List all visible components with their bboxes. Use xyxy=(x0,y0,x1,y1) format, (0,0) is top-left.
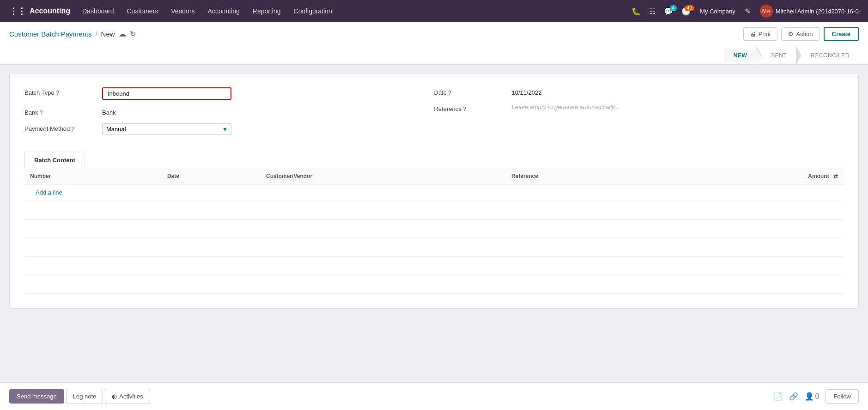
status-step-sent[interactable]: SENT xyxy=(762,49,796,62)
payment-method-select-wrapper: Manual SEPA Credit Transfer Check ▼ xyxy=(102,123,231,135)
breadcrumb-separator: / xyxy=(95,30,97,38)
save-cloud-icon[interactable]: ☁ xyxy=(119,30,126,38)
grid-icon: ⋮⋮ xyxy=(9,6,26,16)
batch-table: Number Date Customer/Vendor Reference Am… xyxy=(24,168,844,294)
settings-icon[interactable]: ✎ xyxy=(742,7,753,16)
form-card: Batch Type ? Inbound Bank ? Bank xyxy=(9,74,859,309)
toolbar-right: 🖨 Print ⚙ Action Create xyxy=(743,27,859,41)
col-amount: Amount ⇄ xyxy=(668,168,844,184)
gear-icon: ⚙ xyxy=(788,31,794,37)
empty-row-3 xyxy=(24,238,844,257)
create-button[interactable]: Create xyxy=(824,27,859,41)
app-brand[interactable]: ⋮⋮ Accounting xyxy=(4,6,76,16)
chat-badge: 4 xyxy=(670,5,677,11)
empty-row-2 xyxy=(24,220,844,238)
reference-row: Reference ? Leave empty to generate auto… xyxy=(434,104,844,112)
col-reference: Reference xyxy=(506,168,668,184)
user-menu[interactable]: MA Mitchell Admin (20142070-16-0- xyxy=(756,5,864,18)
date-help[interactable]: ? xyxy=(448,90,451,96)
date-row: Date ? 10/11/2022 xyxy=(434,87,844,96)
main-menu: Dashboard Customers Vendors Accounting R… xyxy=(76,0,629,22)
print-icon: 🖨 xyxy=(750,31,756,37)
form-right: Date ? 10/11/2022 Reference ? Leave empt… xyxy=(434,87,844,142)
tab-bar: Batch Content xyxy=(24,152,844,168)
chat-icon[interactable]: 💬4 xyxy=(661,7,676,16)
breadcrumb-parent[interactable]: Customer Batch Payments xyxy=(9,30,91,38)
company-switcher[interactable]: My Company xyxy=(696,8,739,15)
payment-method-select[interactable]: Manual SEPA Credit Transfer Check xyxy=(102,123,231,135)
batch-type-row: Batch Type ? Inbound xyxy=(24,87,434,100)
bank-help[interactable]: ? xyxy=(40,110,43,116)
main-content: Batch Type ? Inbound Bank ? Bank xyxy=(0,65,868,373)
tab-batch-content[interactable]: Batch Content xyxy=(24,152,85,168)
table-header-row: Number Date Customer/Vendor Reference Am… xyxy=(24,168,844,184)
payment-method-row: Payment Method ? Manual SEPA Credit Tran… xyxy=(24,123,434,135)
date-label: Date ? xyxy=(434,87,508,96)
activity-icon[interactable]: 🕐40 xyxy=(679,7,693,16)
discard-icon[interactable]: ↻ xyxy=(130,30,136,38)
col-customer-vendor: Customer/Vendor xyxy=(261,168,506,184)
action-button[interactable]: ⚙ Action xyxy=(781,27,819,41)
payment-method-help[interactable]: ? xyxy=(71,126,74,132)
col-date: Date xyxy=(162,168,261,184)
debug-icon[interactable]: 🐛 xyxy=(629,7,643,16)
payment-method-label: Payment Method ? xyxy=(24,123,98,132)
add-line-row: Add a line xyxy=(24,184,844,201)
user-avatar: MA xyxy=(760,5,773,18)
bank-row: Bank ? Bank xyxy=(24,107,434,116)
bank-label: Bank ? xyxy=(24,107,98,116)
reference-label: Reference ? xyxy=(434,104,508,112)
menu-reporting[interactable]: Reporting xyxy=(246,0,287,22)
bank-value: Bank xyxy=(102,107,116,116)
empty-row-5 xyxy=(24,275,844,294)
batch-type-value[interactable]: Inbound xyxy=(102,87,231,100)
menu-accounting[interactable]: Accounting xyxy=(201,0,246,22)
print-button[interactable]: 🖨 Print xyxy=(743,27,778,41)
user-name: Mitchell Admin (20142070-16-0- xyxy=(776,8,861,15)
breadcrumb-actions: ☁ ↻ xyxy=(119,30,136,38)
menu-customers[interactable]: Customers xyxy=(121,0,165,22)
form-left: Batch Type ? Inbound Bank ? Bank xyxy=(24,87,434,142)
menu-configuration[interactable]: Configuration xyxy=(287,0,339,22)
status-steps: NEW SENT RECONCILED xyxy=(724,46,859,65)
app-name: Accounting xyxy=(30,7,70,15)
column-settings-icon[interactable]: ⇄ xyxy=(833,173,838,179)
status-bar: NEW SENT RECONCILED xyxy=(0,46,868,65)
activity-badge: 40 xyxy=(685,5,694,11)
form-grid: Batch Type ? Inbound Bank ? Bank xyxy=(24,87,844,142)
breadcrumb-bar: Customer Batch Payments / New ☁ ↻ 🖨 Prin… xyxy=(0,22,868,46)
breadcrumb-current: New xyxy=(101,30,115,38)
date-value[interactable]: 10/11/2022 xyxy=(512,87,542,96)
add-line-button[interactable]: Add a line xyxy=(30,184,68,201)
topnav: ⋮⋮ Accounting Dashboard Customers Vendor… xyxy=(0,0,868,22)
batch-type-label: Batch Type ? xyxy=(24,87,98,96)
menu-dashboard[interactable]: Dashboard xyxy=(76,0,121,22)
empty-row-1 xyxy=(24,201,844,220)
breadcrumb: Customer Batch Payments / New ☁ ↻ xyxy=(9,30,136,38)
menu-vendors[interactable]: Vendors xyxy=(164,0,201,22)
apps-icon[interactable]: ☷ xyxy=(646,7,658,16)
empty-row-4 xyxy=(24,257,844,275)
status-step-reconciled[interactable]: RECONCILED xyxy=(801,49,859,62)
topnav-right: 🐛 ☷ 💬4 🕐40 My Company ✎ MA Mitchell Admi… xyxy=(629,5,864,18)
status-step-new[interactable]: NEW xyxy=(724,49,757,62)
col-number: Number xyxy=(24,168,162,184)
batch-type-help[interactable]: ? xyxy=(56,90,59,96)
reference-help[interactable]: ? xyxy=(463,106,466,112)
reference-placeholder[interactable]: Leave empty to generate automatically... xyxy=(512,104,619,110)
